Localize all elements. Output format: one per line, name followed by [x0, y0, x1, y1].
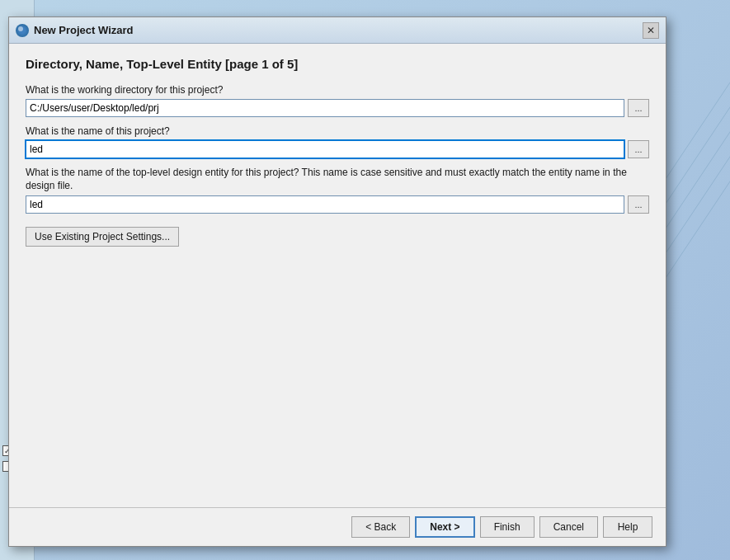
close-button[interactable]: ✕	[643, 22, 659, 39]
working-dir-row: ...	[26, 99, 649, 117]
top-level-input[interactable]	[26, 195, 624, 214]
cancel-button[interactable]: Cancel	[539, 516, 598, 538]
project-name-row: ...	[26, 140, 649, 158]
working-dir-label: What is the working directory for this p…	[26, 84, 649, 96]
top-level-row: ...	[26, 195, 649, 214]
dialog-title: New Project Wizard	[34, 24, 134, 36]
button-bar: < Back Next > Finish Cancel Help	[9, 508, 666, 546]
working-dir-browse-button[interactable]: ...	[628, 99, 649, 117]
existing-settings-button[interactable]: Use Existing Project Settings...	[26, 227, 179, 247]
project-name-label: What is the name of this project?	[26, 125, 649, 137]
next-button[interactable]: Next >	[415, 516, 474, 538]
dialog-icon	[16, 24, 29, 37]
back-button[interactable]: < Back	[351, 516, 410, 538]
content-spacer	[26, 247, 649, 494]
working-dir-input[interactable]	[26, 99, 624, 117]
new-project-wizard-dialog: New Project Wizard ✕ Directory, Name, To…	[8, 16, 666, 547]
dialog-content: Directory, Name, Top-Level Entity [page …	[9, 44, 666, 507]
title-bar: New Project Wizard ✕	[9, 17, 666, 44]
title-bar-left: New Project Wizard	[16, 24, 134, 37]
project-name-browse-button[interactable]: ...	[628, 140, 649, 158]
help-button[interactable]: Help	[603, 516, 652, 538]
top-level-browse-button[interactable]: ...	[628, 195, 649, 214]
finish-button[interactable]: Finish	[480, 516, 535, 538]
project-name-input[interactable]	[26, 140, 624, 158]
top-level-label: What is the name of the top-level design…	[26, 167, 649, 192]
page-title: Directory, Name, Top-Level Entity [page …	[26, 57, 649, 71]
